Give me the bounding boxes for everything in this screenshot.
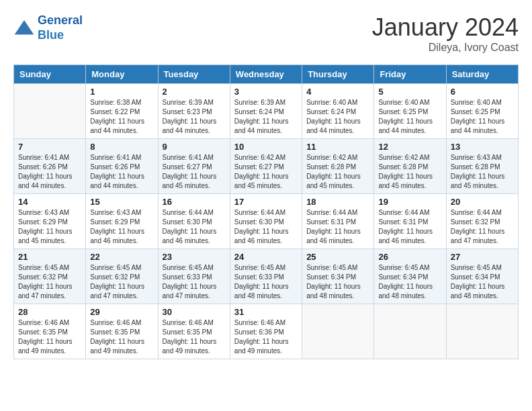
- calendar-cell: [14, 84, 86, 139]
- calendar-header-row: SundayMondayTuesdayWednesdayThursdayFrid…: [14, 65, 519, 84]
- calendar-cell: [446, 304, 518, 359]
- day-header-wednesday: Wednesday: [230, 65, 302, 84]
- day-number: 31: [234, 307, 298, 317]
- calendar-cell: 20Sunrise: 6:44 AM Sunset: 6:32 PM Dayli…: [446, 194, 518, 249]
- day-number: 3: [234, 87, 298, 97]
- calendar-cell: 21Sunrise: 6:45 AM Sunset: 6:32 PM Dayli…: [14, 249, 86, 304]
- logo: General Blue: [13, 13, 83, 42]
- logo-text: General Blue: [38, 13, 83, 42]
- day-number: 24: [234, 252, 298, 262]
- calendar-cell: 6Sunrise: 6:40 AM Sunset: 6:25 PM Daylig…: [446, 84, 518, 139]
- day-info: Sunrise: 6:44 AM Sunset: 6:31 PM Dayligh…: [378, 208, 441, 246]
- calendar-cell: 1Sunrise: 6:38 AM Sunset: 6:22 PM Daylig…: [86, 84, 158, 139]
- calendar-cell: 10Sunrise: 6:42 AM Sunset: 6:27 PM Dayli…: [230, 139, 302, 194]
- day-info: Sunrise: 6:46 AM Sunset: 6:35 PM Dayligh…: [163, 318, 226, 356]
- calendar-cell: [374, 304, 446, 359]
- week-row-4: 21Sunrise: 6:45 AM Sunset: 6:32 PM Dayli…: [14, 249, 519, 304]
- calendar-cell: 27Sunrise: 6:45 AM Sunset: 6:34 PM Dayli…: [446, 249, 518, 304]
- day-number: 6: [451, 87, 514, 97]
- day-info: Sunrise: 6:45 AM Sunset: 6:34 PM Dayligh…: [306, 263, 369, 301]
- calendar-cell: 2Sunrise: 6:39 AM Sunset: 6:23 PM Daylig…: [158, 84, 230, 139]
- day-number: 11: [306, 142, 369, 152]
- day-number: 5: [378, 87, 441, 97]
- day-number: 15: [90, 197, 153, 207]
- day-info: Sunrise: 6:39 AM Sunset: 6:24 PM Dayligh…: [234, 98, 298, 136]
- day-info: Sunrise: 6:44 AM Sunset: 6:30 PM Dayligh…: [234, 208, 298, 246]
- day-number: 9: [163, 142, 226, 152]
- day-number: 17: [234, 197, 298, 207]
- day-info: Sunrise: 6:40 AM Sunset: 6:25 PM Dayligh…: [451, 98, 514, 136]
- day-info: Sunrise: 6:44 AM Sunset: 6:32 PM Dayligh…: [451, 208, 514, 246]
- location: Dileya, Ivory Coast: [372, 42, 519, 54]
- day-info: Sunrise: 6:42 AM Sunset: 6:28 PM Dayligh…: [306, 153, 369, 191]
- logo-icon: [13, 17, 35, 39]
- day-header-monday: Monday: [86, 65, 158, 84]
- calendar-cell: 30Sunrise: 6:46 AM Sunset: 6:35 PM Dayli…: [158, 304, 230, 359]
- calendar-cell: 4Sunrise: 6:40 AM Sunset: 6:24 PM Daylig…: [302, 84, 374, 139]
- day-number: 26: [378, 252, 441, 262]
- day-number: 27: [451, 252, 514, 262]
- logo-blue: Blue: [38, 28, 64, 42]
- day-info: Sunrise: 6:46 AM Sunset: 6:35 PM Dayligh…: [18, 318, 81, 356]
- day-info: Sunrise: 6:40 AM Sunset: 6:25 PM Dayligh…: [378, 98, 441, 136]
- day-number: 21: [18, 252, 81, 262]
- day-header-thursday: Thursday: [302, 65, 374, 84]
- day-number: 20: [451, 197, 514, 207]
- week-row-5: 28Sunrise: 6:46 AM Sunset: 6:35 PM Dayli…: [14, 304, 519, 359]
- calendar-body: 1Sunrise: 6:38 AM Sunset: 6:22 PM Daylig…: [14, 84, 519, 359]
- day-info: Sunrise: 6:42 AM Sunset: 6:28 PM Dayligh…: [378, 153, 441, 191]
- day-info: Sunrise: 6:41 AM Sunset: 6:27 PM Dayligh…: [163, 153, 226, 191]
- day-number: 14: [18, 197, 81, 207]
- calendar-cell: 29Sunrise: 6:46 AM Sunset: 6:35 PM Dayli…: [86, 304, 158, 359]
- calendar-cell: 26Sunrise: 6:45 AM Sunset: 6:34 PM Dayli…: [374, 249, 446, 304]
- day-number: 19: [378, 197, 441, 207]
- calendar-cell: 12Sunrise: 6:42 AM Sunset: 6:28 PM Dayli…: [374, 139, 446, 194]
- day-info: Sunrise: 6:41 AM Sunset: 6:26 PM Dayligh…: [90, 153, 153, 191]
- day-number: 2: [163, 87, 226, 97]
- day-number: 30: [163, 307, 226, 317]
- page-header: General Blue January 2024 Dileya, Ivory …: [13, 13, 519, 54]
- calendar-cell: 9Sunrise: 6:41 AM Sunset: 6:27 PM Daylig…: [158, 139, 230, 194]
- day-number: 10: [234, 142, 298, 152]
- day-info: Sunrise: 6:39 AM Sunset: 6:23 PM Dayligh…: [163, 98, 226, 136]
- day-info: Sunrise: 6:45 AM Sunset: 6:34 PM Dayligh…: [451, 263, 514, 301]
- day-info: Sunrise: 6:41 AM Sunset: 6:26 PM Dayligh…: [18, 153, 81, 191]
- day-info: Sunrise: 6:40 AM Sunset: 6:24 PM Dayligh…: [306, 98, 369, 136]
- calendar-cell: 16Sunrise: 6:44 AM Sunset: 6:30 PM Dayli…: [158, 194, 230, 249]
- week-row-2: 7Sunrise: 6:41 AM Sunset: 6:26 PM Daylig…: [14, 139, 519, 194]
- week-row-1: 1Sunrise: 6:38 AM Sunset: 6:22 PM Daylig…: [14, 84, 519, 139]
- day-info: Sunrise: 6:43 AM Sunset: 6:29 PM Dayligh…: [18, 208, 81, 246]
- day-info: Sunrise: 6:45 AM Sunset: 6:33 PM Dayligh…: [234, 263, 298, 301]
- day-info: Sunrise: 6:45 AM Sunset: 6:33 PM Dayligh…: [163, 263, 226, 301]
- day-info: Sunrise: 6:45 AM Sunset: 6:34 PM Dayligh…: [378, 263, 441, 301]
- day-number: 1: [90, 87, 153, 97]
- day-header-sunday: Sunday: [14, 65, 86, 84]
- month-title: January 2024: [372, 13, 519, 42]
- day-info: Sunrise: 6:44 AM Sunset: 6:31 PM Dayligh…: [306, 208, 369, 246]
- day-header-friday: Friday: [374, 65, 446, 84]
- day-info: Sunrise: 6:44 AM Sunset: 6:30 PM Dayligh…: [163, 208, 226, 246]
- calendar-cell: 23Sunrise: 6:45 AM Sunset: 6:33 PM Dayli…: [158, 249, 230, 304]
- day-number: 13: [451, 142, 514, 152]
- day-number: 23: [163, 252, 226, 262]
- week-row-3: 14Sunrise: 6:43 AM Sunset: 6:29 PM Dayli…: [14, 194, 519, 249]
- day-info: Sunrise: 6:46 AM Sunset: 6:35 PM Dayligh…: [90, 318, 153, 356]
- calendar-cell: 22Sunrise: 6:45 AM Sunset: 6:32 PM Dayli…: [86, 249, 158, 304]
- calendar-cell: 18Sunrise: 6:44 AM Sunset: 6:31 PM Dayli…: [302, 194, 374, 249]
- calendar-cell: 31Sunrise: 6:46 AM Sunset: 6:36 PM Dayli…: [230, 304, 302, 359]
- calendar-cell: 15Sunrise: 6:43 AM Sunset: 6:29 PM Dayli…: [86, 194, 158, 249]
- calendar-cell: 24Sunrise: 6:45 AM Sunset: 6:33 PM Dayli…: [230, 249, 302, 304]
- logo-general: General: [38, 13, 83, 27]
- day-info: Sunrise: 6:42 AM Sunset: 6:27 PM Dayligh…: [234, 153, 298, 191]
- day-number: 25: [306, 252, 369, 262]
- calendar-cell: 7Sunrise: 6:41 AM Sunset: 6:26 PM Daylig…: [14, 139, 86, 194]
- calendar-cell: 14Sunrise: 6:43 AM Sunset: 6:29 PM Dayli…: [14, 194, 86, 249]
- calendar-cell: 17Sunrise: 6:44 AM Sunset: 6:30 PM Dayli…: [230, 194, 302, 249]
- day-info: Sunrise: 6:46 AM Sunset: 6:36 PM Dayligh…: [234, 318, 298, 356]
- day-number: 16: [163, 197, 226, 207]
- calendar-cell: 13Sunrise: 6:43 AM Sunset: 6:28 PM Dayli…: [446, 139, 518, 194]
- calendar-cell: 3Sunrise: 6:39 AM Sunset: 6:24 PM Daylig…: [230, 84, 302, 139]
- day-number: 7: [18, 142, 81, 152]
- day-number: 28: [18, 307, 81, 317]
- day-header-saturday: Saturday: [446, 65, 518, 84]
